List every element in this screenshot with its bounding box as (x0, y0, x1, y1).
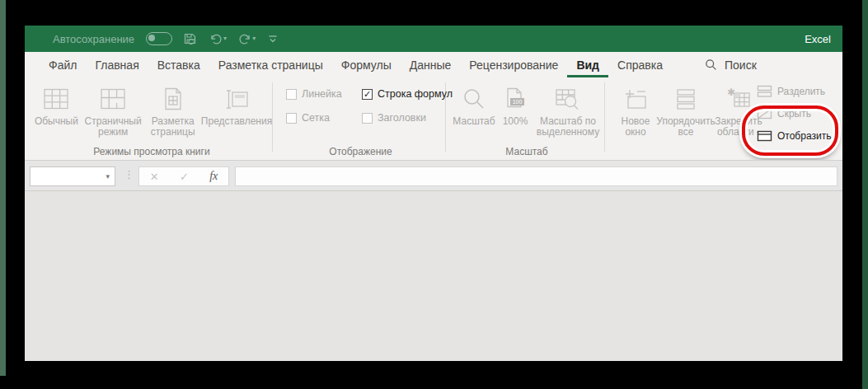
enter-icon[interactable]: ✓ (180, 171, 189, 183)
autosave-label: Автосохранение (53, 33, 134, 45)
worksheet-area[interactable] (25, 190, 842, 361)
group-show: Линейка ✓ Строка формул Сетка Заголовки (276, 77, 445, 160)
redo-dropdown-caret-icon[interactable]: ▾ (252, 35, 256, 42)
excel-window: Автосохранение ▾ (25, 26, 842, 361)
zoom-button[interactable]: Масштаб (451, 82, 497, 138)
arrange-all-button[interactable]: Упорядочить все (659, 82, 712, 138)
new-window-icon (623, 82, 648, 116)
page-layout-view-button[interactable]: Разметка страницы (144, 82, 201, 138)
checkbox-box (286, 113, 297, 124)
name-box[interactable]: ▾ (30, 166, 115, 186)
split-button[interactable]: Разделить (757, 83, 839, 100)
group-label-workbook-views: Режимы просмотра книги (31, 146, 272, 157)
name-box-caret-icon[interactable]: ▾ (106, 172, 110, 180)
group-zoom: Масштаб 100 100% (449, 77, 604, 160)
save-icon[interactable] (184, 32, 198, 45)
normal-view-icon (44, 82, 69, 116)
new-window-button[interactable]: Новое окно (612, 82, 659, 138)
tab-formulas[interactable]: Формулы (332, 52, 401, 77)
custom-views-icon (225, 82, 249, 116)
ribbon-options-icon[interactable] (267, 33, 279, 45)
search-label: Поиск (725, 59, 757, 72)
search-control[interactable]: Поиск (705, 52, 757, 77)
checkbox-box: ✓ (362, 89, 373, 100)
group-label-zoom: Масштаб (449, 146, 604, 157)
normal-view-button[interactable]: Обычный (31, 82, 82, 138)
formula-input[interactable] (235, 166, 838, 186)
tab-page-layout[interactable]: Разметка страницы (209, 52, 332, 77)
formula-bar-resize-handle[interactable]: ⋮ (124, 168, 134, 180)
app-title: Excel (805, 33, 831, 45)
custom-views-button[interactable]: Представления (201, 82, 272, 138)
checkbox-box (286, 89, 297, 100)
highlight-annotation-oval (742, 105, 838, 156)
tab-file[interactable]: Файл (40, 52, 86, 77)
page-break-preview-button[interactable]: Страничный режим (82, 82, 145, 138)
group-label-show: Отображение (276, 146, 445, 157)
arrange-all-icon (675, 82, 697, 116)
redo-icon[interactable]: ▾ (238, 32, 256, 45)
background-window-strip-right (862, 0, 868, 389)
checkbox-ruler[interactable]: Линейка (286, 88, 362, 100)
page-break-preview-icon (101, 82, 126, 116)
zoom-100-icon: 100 (504, 82, 526, 116)
zoom-icon (462, 82, 486, 116)
checkbox-box (362, 113, 373, 124)
tab-review[interactable]: Рецензирование (460, 52, 567, 77)
autosave-toggle[interactable] (146, 32, 172, 45)
svg-text:100: 100 (513, 99, 523, 105)
tab-view[interactable]: Вид (567, 52, 608, 77)
tab-insert[interactable]: Вставка (148, 52, 209, 77)
titlebar: Автосохранение ▾ (25, 26, 842, 52)
page-layout-view-icon (162, 82, 184, 116)
formula-bar: ▾ ⋮ ✕ ✓ fx (25, 160, 842, 190)
tab-home[interactable]: Главная (86, 52, 148, 77)
undo-dropdown-caret-icon[interactable]: ▾ (223, 35, 227, 42)
undo-icon[interactable]: ▾ (209, 32, 227, 45)
checkbox-gridlines[interactable]: Сетка (286, 112, 362, 124)
search-icon (705, 59, 717, 71)
toggle-knob (148, 35, 155, 41)
zoom-100-button[interactable]: 100 100% (497, 82, 533, 138)
checkbox-headings[interactable]: Заголовки (362, 112, 459, 124)
cancel-icon[interactable]: ✕ (150, 171, 159, 183)
tab-data[interactable]: Данные (401, 52, 461, 77)
zoom-to-selection-button[interactable]: Масштаб по выделенному (533, 82, 603, 138)
split-icon (757, 85, 772, 98)
checkbox-formula-bar[interactable]: ✓ Строка формул (362, 88, 459, 100)
checkmark-icon: ✓ (364, 89, 371, 100)
insert-function-icon[interactable]: fx (209, 170, 218, 183)
ribbon-tab-row: Файл Главная Вставка Разметка страницы Ф… (25, 52, 842, 77)
background-window-strip-left (0, 0, 6, 376)
group-workbook-views: Обычный Страничный режим (31, 77, 272, 160)
ribbon: Обычный Страничный режим (25, 77, 842, 160)
tab-help[interactable]: Справка (608, 52, 672, 77)
group-separator (604, 82, 605, 152)
freeze-panes-icon: ✱ (726, 82, 751, 116)
zoom-to-selection-icon (556, 82, 580, 116)
screen: Автосохранение ▾ (0, 0, 868, 389)
formula-buttons: ✕ ✓ fx (138, 166, 229, 186)
